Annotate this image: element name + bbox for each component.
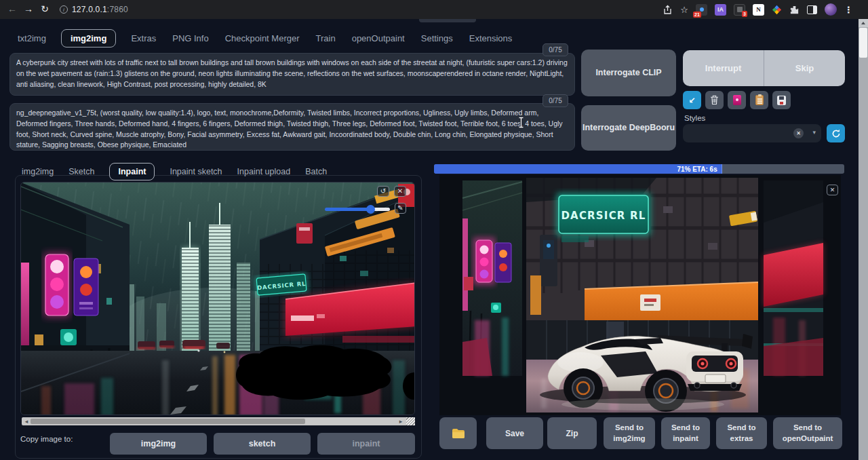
- extension-badge: 3: [742, 11, 747, 17]
- h-scrollbar-thumb[interactable]: [31, 419, 305, 424]
- prompt-input[interactable]: A cyberpunk city street with lots of tra…: [9, 53, 575, 96]
- scroll-right-icon[interactable]: ▸: [397, 417, 405, 425]
- slider-thumb[interactable]: [366, 205, 375, 214]
- share-icon[interactable]: [663, 5, 673, 15]
- browser-toolbar: ← → ↻ i 127.0.0.1:7860 ☆ 21 IA 3 N ⋮: [0, 0, 868, 19]
- extension-badge: 21: [693, 12, 701, 18]
- save-style-button[interactable]: [772, 91, 791, 109]
- prompt-tool-row: ↙: [683, 91, 791, 109]
- apply-styles-button[interactable]: [750, 91, 768, 109]
- copy-to-sketch-button[interactable]: sketch: [214, 433, 311, 455]
- brush-tool-icon[interactable]: ✎: [395, 203, 406, 214]
- app-window: ← → ↻ i 127.0.0.1:7860 ☆ 21 IA 3 N ⋮ txt…: [0, 0, 868, 460]
- bookmark-star-icon[interactable]: ☆: [680, 5, 688, 15]
- url-port: :7860: [107, 5, 128, 14]
- copy-to-inpaint-button[interactable]: inpaint: [317, 433, 415, 455]
- refresh-icon: [831, 129, 841, 138]
- browser-reload-icon[interactable]: ↻: [38, 2, 52, 16]
- browser-forward-icon[interactable]: →: [22, 2, 35, 16]
- preview-left-strip: [462, 180, 522, 376]
- inpaint-canvas[interactable]: DACRSICR RL: [20, 182, 415, 415]
- scrollbar-thumb[interactable]: [859, 28, 867, 58]
- refresh-styles-button[interactable]: [827, 124, 845, 142]
- inpaint-source-image[interactable]: DACRSICR RL: [21, 183, 415, 415]
- mode-tab-inpaint-sketch[interactable]: Inpaint sketch: [170, 164, 222, 179]
- run-control-group: Interrupt Skip: [683, 50, 845, 86]
- skip-button[interactable]: Skip: [764, 50, 845, 86]
- site-info-icon[interactable]: i: [60, 5, 68, 14]
- send-to-openoutpaint-button[interactable]: Send to openOutpaint: [773, 417, 842, 449]
- copy-image-to-label: Copy image to:: [20, 435, 73, 443]
- progress-fill: 71% ETA: 6s: [434, 164, 722, 174]
- open-folder-button[interactable]: [439, 417, 477, 449]
- page-scrollbar[interactable]: [859, 19, 868, 460]
- tab-settings[interactable]: Settings: [420, 30, 454, 47]
- address-bar[interactable]: 127.0.0.1:7860: [72, 5, 128, 14]
- negative-prompt-input[interactable]: ng_deepnegative_v1_75t, (worst quality, …: [9, 103, 575, 151]
- extension-icon-1[interactable]: 21: [696, 4, 707, 16]
- scroll-left-icon[interactable]: ◂: [22, 417, 31, 425]
- url-host: 127.0.0.1: [72, 5, 107, 14]
- floppy-disk-icon: [777, 96, 786, 105]
- extension-icon-ia[interactable]: IA: [715, 4, 726, 16]
- mode-tab-inpaint-upload[interactable]: Inpaint upload: [237, 164, 291, 179]
- live-preview-image[interactable]: DACRSICR RL: [439, 175, 841, 415]
- folder-icon: [452, 428, 465, 439]
- preview-center-image: DACRSICR RL: [526, 178, 758, 413]
- mode-tab-img2img[interactable]: img2img: [22, 164, 54, 179]
- extension-icon-2[interactable]: 3: [734, 4, 745, 16]
- clear-prompt-button[interactable]: [705, 91, 724, 109]
- styles-clear-icon[interactable]: ✕: [793, 128, 804, 138]
- chevron-down-icon[interactable]: ▾: [812, 129, 816, 136]
- extra-networks-button[interactable]: [728, 91, 746, 109]
- tab-png-info[interactable]: PNG Info: [171, 30, 210, 47]
- zip-button[interactable]: Zip: [547, 417, 597, 449]
- send-to-inpaint-button[interactable]: Send to inpaint: [661, 417, 710, 449]
- tab-extras[interactable]: Extras: [130, 30, 157, 47]
- tab-train[interactable]: Train: [315, 30, 337, 47]
- browser-menu-icon[interactable]: ⋮: [844, 5, 853, 15]
- notion-label: N: [756, 6, 761, 13]
- clear-image-icon[interactable]: ✕: [394, 186, 406, 197]
- interrogate-clip-button[interactable]: Interrogate CLIP: [581, 50, 676, 96]
- slider-track[interactable]: [325, 208, 390, 211]
- extensions-puzzle-icon[interactable]: [789, 5, 800, 15]
- mode-tab-sketch[interactable]: Sketch: [68, 164, 94, 179]
- mode-tab-inpaint[interactable]: Inpaint: [109, 163, 155, 180]
- scrollbar-up-arrow[interactable]: [859, 19, 868, 27]
- brush-size-slider[interactable]: [325, 205, 390, 214]
- progress-label: 71% ETA: 6s: [677, 166, 717, 173]
- styles-dropdown[interactable]: ✕ ▾: [683, 124, 821, 142]
- browser-back-icon[interactable]: ←: [5, 2, 19, 16]
- tab-img2img[interactable]: img2img: [61, 29, 116, 47]
- interrupt-button[interactable]: Interrupt: [683, 50, 764, 86]
- trash-icon: [710, 95, 719, 105]
- styles-label: Styles: [684, 114, 705, 122]
- notion-icon[interactable]: N: [753, 4, 764, 16]
- ia-label: IA: [717, 6, 724, 13]
- paste-parameters-button[interactable]: ↙: [683, 91, 701, 109]
- scrolled-out-element: [419, 19, 476, 22]
- card-icon: [733, 95, 741, 105]
- mouse-text-cursor: [517, 117, 525, 128]
- mode-tab-batch[interactable]: Batch: [305, 164, 327, 179]
- interrogate-deepbooru-button[interactable]: Interrogate DeepBooru: [581, 105, 676, 151]
- side-panel-icon[interactable]: [807, 5, 817, 14]
- send-to-extras-button[interactable]: Send to extras: [716, 417, 767, 449]
- live-preview-gallery[interactable]: DACRSICR RL: [439, 175, 841, 415]
- tab-openoutpaint[interactable]: openOutpaint: [351, 30, 406, 47]
- main-tab-bar: txt2img img2img Extras PNG Info Checkpoi…: [16, 28, 513, 47]
- profile-avatar[interactable]: [825, 3, 837, 16]
- send-to-img2img-button[interactable]: Send to img2img: [604, 417, 655, 449]
- undo-icon[interactable]: ↺: [377, 186, 389, 197]
- copy-to-img2img-button[interactable]: img2img: [110, 433, 207, 455]
- tab-txt2img[interactable]: txt2img: [16, 30, 47, 47]
- canvas-horizontal-scrollbar[interactable]: ◂ ▸: [22, 417, 414, 425]
- resize-grip[interactable]: [406, 417, 415, 425]
- close-preview-icon[interactable]: ✕: [827, 185, 838, 195]
- tab-checkpoint-merger[interactable]: Checkpoint Merger: [224, 30, 301, 47]
- tab-extensions[interactable]: Extensions: [468, 30, 514, 47]
- save-button[interactable]: Save: [486, 417, 543, 449]
- generation-progress-bar: 71% ETA: 6s: [434, 164, 844, 174]
- diamond-color-icon[interactable]: [772, 5, 782, 15]
